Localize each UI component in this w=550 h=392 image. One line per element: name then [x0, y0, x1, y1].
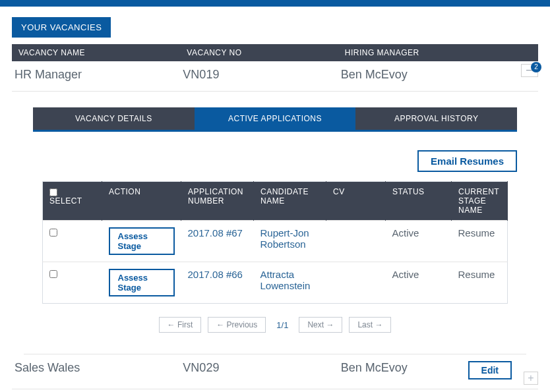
email-resumes-button[interactable]: Email Resumes: [417, 150, 517, 172]
application-number-link[interactable]: 2017.08 #66: [181, 262, 254, 304]
edit-button[interactable]: Edit: [468, 361, 512, 379]
application-row: Assess Stage 2017.08 #66 Attracta Lowens…: [43, 262, 508, 304]
candidate-name-link[interactable]: Rupert-Jon Robertson: [254, 221, 326, 262]
pager-next-button[interactable]: Next →: [299, 317, 342, 333]
pager: ← First ← Previous 1/1 Next → Last →: [33, 304, 517, 335]
hiring-manager: Ben McEvoy: [341, 68, 408, 81]
your-vacancies-button[interactable]: YOUR VACANCIES: [12, 17, 111, 38]
pager-first-button[interactable]: ← First: [159, 317, 202, 333]
hiring-manager-cell: Ben McEvoy Edit +: [338, 354, 538, 389]
col-cv: CV: [326, 182, 386, 221]
col-select: SELECT: [43, 182, 102, 221]
pager-label: 1/1: [272, 320, 292, 330]
row-select-checkbox[interactable]: [49, 229, 57, 237]
tab-active-applications[interactable]: ACTIVE APPLICATIONS: [195, 107, 356, 130]
col-vacancy-name: VACANCY NAME: [12, 44, 180, 61]
vacancy-name: HR Manager: [12, 61, 180, 92]
vacancies-table: VACANCY NAME VACANCY NO HIRING MANAGER H…: [12, 44, 538, 389]
hiring-manager: Ben McEvoy: [341, 361, 408, 375]
vacancy-detail-row: VACANCY DETAILS ACTIVE APPLICATIONS APPR…: [12, 92, 538, 355]
col-select-label: SELECT: [49, 196, 82, 206]
top-bar: [0, 0, 550, 7]
status-cell: Active: [386, 221, 452, 262]
collapse-button[interactable]: – 2: [521, 64, 538, 77]
pager-prev-button[interactable]: ← Previous: [208, 317, 266, 333]
hiring-manager-cell: Ben McEvoy – 2: [338, 61, 538, 92]
tab-vacancy-details[interactable]: VACANCY DETAILS: [33, 107, 195, 130]
col-application-number: APPLICATION NUMBER: [181, 182, 254, 221]
panel-actions: Email Resumes: [33, 132, 517, 181]
vacancy-no: VN019: [180, 61, 338, 92]
applications-table: SELECT ACTION APPLICATION NUMBER CANDIDA…: [42, 181, 508, 304]
applications-count-badge: 2: [531, 62, 541, 72]
vacancy-no: VN029: [180, 354, 338, 389]
vacancy-detail-panel: VACANCY DETAILS ACTIVE APPLICATIONS APPR…: [24, 92, 526, 354]
col-status: STATUS: [386, 182, 452, 221]
expand-button[interactable]: +: [524, 372, 538, 385]
candidate-name-link[interactable]: Attracta Lowenstein: [254, 262, 326, 304]
pager-last-button[interactable]: Last →: [349, 317, 391, 333]
col-action: ACTION: [102, 182, 181, 221]
col-hiring-manager: HIRING MANAGER: [338, 44, 538, 61]
stage-cell: Resume: [452, 262, 508, 304]
cv-cell: [326, 262, 386, 304]
col-candidate-name: CANDIDATE NAME: [254, 182, 326, 221]
col-current-stage: CURRENT STAGE NAME: [452, 182, 508, 221]
status-cell: Active: [386, 262, 452, 304]
select-all-checkbox[interactable]: [49, 188, 57, 196]
assess-stage-button[interactable]: Assess Stage: [109, 227, 175, 255]
vacancy-name: Sales Wales: [12, 354, 180, 389]
vacancy-row: HR Manager VN019 Ben McEvoy – 2: [12, 61, 538, 92]
tab-approval-history[interactable]: APPROVAL HISTORY: [355, 107, 517, 130]
cv-cell: [326, 221, 386, 262]
stage-cell: Resume: [452, 221, 508, 262]
plus-icon: +: [528, 372, 534, 383]
assess-stage-button[interactable]: Assess Stage: [109, 269, 175, 296]
vacancy-row: Sales Wales VN029 Ben McEvoy Edit +: [12, 354, 538, 389]
application-row: Assess Stage 2017.08 #67 Rupert-Jon Robe…: [43, 221, 508, 262]
tab-bar: VACANCY DETAILS ACTIVE APPLICATIONS APPR…: [33, 107, 517, 132]
col-vacancy-no: VACANCY NO: [180, 44, 338, 61]
row-select-checkbox[interactable]: [49, 270, 57, 278]
application-number-link[interactable]: 2017.08 #67: [181, 221, 254, 262]
